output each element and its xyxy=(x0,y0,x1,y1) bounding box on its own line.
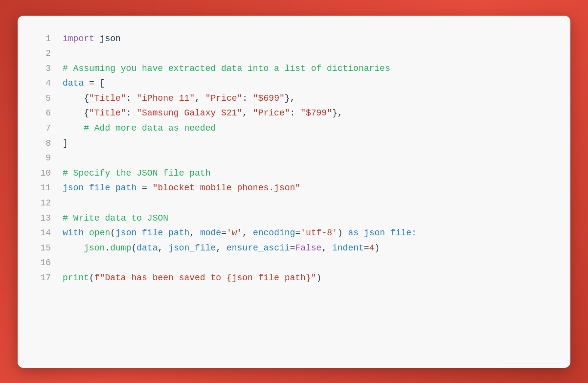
token: "Title" xyxy=(89,108,126,118)
code-container: 1import json2 3# Assuming you have extra… xyxy=(18,16,570,368)
code-line: 1import json xyxy=(35,31,553,46)
line-content: json.dump(data, json_file, ensure_ascii=… xyxy=(63,241,380,256)
token: , xyxy=(195,93,205,103)
token: "Price" xyxy=(253,108,290,118)
token: 4 xyxy=(369,243,375,253)
token: # Write data to JSON xyxy=(63,213,168,223)
token: }, xyxy=(285,93,295,103)
token: as xyxy=(348,228,359,238)
line-number: 1 xyxy=(35,31,51,46)
token: "Price" xyxy=(205,93,243,103)
token: data xyxy=(63,78,84,88)
line-content: import json xyxy=(63,31,121,46)
token: json xyxy=(94,34,121,44)
token: : xyxy=(126,93,137,103)
token: # Specify the JSON file path xyxy=(63,168,210,178)
token: ] xyxy=(63,138,68,148)
line-content: # Add more data as needed xyxy=(63,121,216,136)
token: = xyxy=(221,228,226,238)
token: }, xyxy=(332,108,343,118)
code-block: 1import json2 3# Assuming you have extra… xyxy=(35,31,553,286)
token: "blocket_mobile_phones.json" xyxy=(153,183,300,193)
token: json xyxy=(63,243,105,253)
token: 'utf-8' xyxy=(300,228,338,238)
code-line: 6 {"Title": "Samsung Galaxy S21", "Price… xyxy=(35,106,553,121)
token: { xyxy=(63,108,89,118)
line-content: # Assuming you have extracted data into … xyxy=(63,61,390,76)
token: json_file_path xyxy=(63,183,136,193)
token: "iPhone 11" xyxy=(136,93,195,103)
line-number: 6 xyxy=(35,106,51,121)
token: open xyxy=(89,228,110,238)
code-line: 2 xyxy=(35,46,553,61)
token: ( xyxy=(110,228,115,238)
code-line: 14with open(json_file_path, mode='w', en… xyxy=(35,225,553,241)
code-line: 12 xyxy=(35,196,553,211)
token: , xyxy=(321,243,332,253)
line-content xyxy=(63,46,68,61)
line-number: 13 xyxy=(35,211,51,226)
token: = xyxy=(136,183,152,193)
token: , xyxy=(242,228,253,238)
code-line: 11json_file_path = "blocket_mobile_phone… xyxy=(35,180,553,196)
token: = xyxy=(364,243,369,253)
token: "$699" xyxy=(253,93,285,103)
line-content: with open(json_file_path, mode='w', enco… xyxy=(63,225,417,241)
token: json_file: xyxy=(359,228,417,238)
line-content xyxy=(63,196,68,211)
token: # Assuming you have extracted data into … xyxy=(63,64,390,73)
token: 'w' xyxy=(226,228,242,238)
code-line: 16 xyxy=(35,255,553,270)
token: data xyxy=(136,243,158,253)
token: = xyxy=(290,243,295,253)
code-line: 3# Assuming you have extracted data into… xyxy=(35,61,553,76)
line-content: {"Title": "iPhone 11", "Price": "$699"}, xyxy=(63,91,295,106)
line-content xyxy=(63,255,68,270)
token: dump xyxy=(110,243,131,253)
line-number: 12 xyxy=(35,196,51,211)
line-number: 10 xyxy=(35,166,51,181)
token: = [ xyxy=(84,78,105,88)
line-number: 4 xyxy=(35,76,51,91)
token: False xyxy=(295,243,321,253)
token xyxy=(84,228,89,238)
line-number: 15 xyxy=(35,241,51,256)
line-number: 16 xyxy=(35,255,51,270)
token: f"Data has been saved to {json_file_path… xyxy=(94,273,317,283)
code-line: 13# Write data to JSON xyxy=(35,211,553,226)
token: ( xyxy=(131,243,136,253)
token: json_file xyxy=(168,243,216,253)
code-line: 15 json.dump(data, json_file, ensure_asc… xyxy=(35,241,553,256)
token: ensure_ascii xyxy=(226,243,290,253)
code-line: 5 {"Title": "iPhone 11", "Price": "$699"… xyxy=(35,91,553,106)
line-content: ] xyxy=(63,136,68,151)
token: import xyxy=(63,34,94,44)
token: , xyxy=(216,243,226,253)
token: , xyxy=(189,228,200,238)
token: print xyxy=(63,273,89,283)
token: indent xyxy=(332,243,364,253)
line-content xyxy=(63,151,68,166)
token: with xyxy=(63,228,84,238)
line-content: data = [ xyxy=(63,76,105,91)
line-number: 7 xyxy=(35,121,51,136)
line-content: json_file_path = "blocket_mobile_phones.… xyxy=(63,180,300,196)
line-content: {"Title": "Samsung Galaxy S21", "Price":… xyxy=(63,106,343,121)
line-number: 11 xyxy=(35,180,51,196)
line-content: print(f"Data has been saved to {json_fil… xyxy=(63,270,321,286)
token: # Add more data as needed xyxy=(63,123,216,133)
token: ( xyxy=(89,273,94,283)
code-line: 9 xyxy=(35,151,553,166)
code-line: 8] xyxy=(35,136,553,151)
line-number: 2 xyxy=(35,46,51,61)
token: "Title" xyxy=(89,93,126,103)
line-number: 17 xyxy=(35,270,51,286)
token: json_file_path xyxy=(115,228,189,238)
line-content: # Write data to JSON xyxy=(63,211,168,226)
line-number: 5 xyxy=(35,91,51,106)
token: "Samsung Galaxy S21" xyxy=(136,108,242,118)
line-number: 14 xyxy=(35,225,51,241)
code-line: 4data = [ xyxy=(35,76,553,91)
token: : xyxy=(126,108,137,118)
token: ) xyxy=(374,243,380,253)
